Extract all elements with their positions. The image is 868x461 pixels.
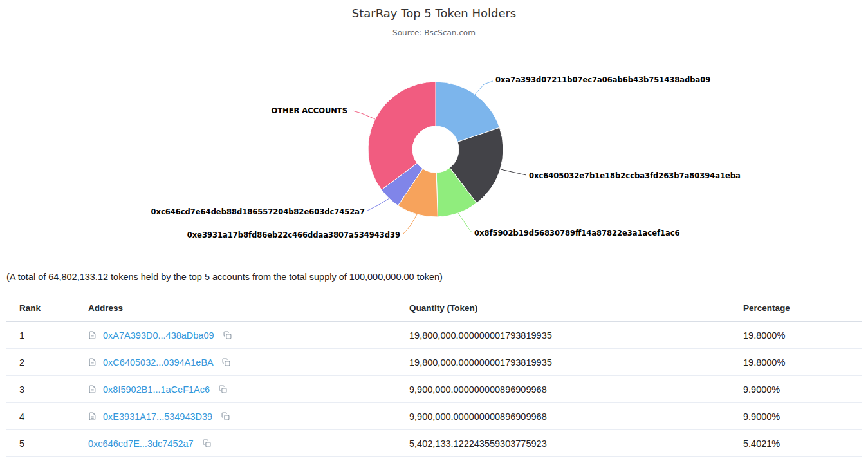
address-cell: 0x8f5902B1...1aCeF1Ac6 [88,376,409,403]
col-header-quantity: Quantity (Token) [409,296,743,322]
rank-cell: 2 [6,349,88,376]
slice-label: 0xe3931a17b8fd86eb22c466ddaa3807a534943d… [187,230,400,240]
quantity-cell: 5,402,133.122243559303775923 [409,430,743,457]
label-connector [501,169,526,175]
label-connector [403,214,417,234]
holdings-summary-text: (A total of 64,802,133.12 tokens held by… [6,272,868,282]
table-header-row: Rank Address Quantity (Token) Percentage [6,296,862,322]
col-header-percentage: Percentage [743,296,862,322]
address-link[interactable]: 0xc646cd7E...3dc7452a7 [88,438,194,449]
document-icon [88,357,97,367]
rank-cell: 3 [6,376,88,403]
chart-subtitle: Source: BscScan.com [0,28,868,37]
percentage-cell: 19.8000% [743,349,862,376]
label-connector [458,213,472,232]
donut-chart: 0xa7a393d07211b07ec7a06ab6b43b751438adba… [0,0,868,265]
slice-label: 0x8f5902b19d56830789ff14a87822e3a1acef1a… [474,229,680,238]
holders-table: Rank Address Quantity (Token) Percentage… [6,296,862,457]
copy-icon[interactable] [221,411,230,421]
col-header-rank: Rank [6,296,88,322]
percentage-cell: 19.8000% [743,322,862,349]
slice-label: 0xc646cd7e64deb88d186557204b82e603dc7452… [151,207,365,216]
document-icon [88,411,97,421]
chart-title: StarRay Top 5 Token Holders [0,6,868,20]
slice-label: OTHER ACCOUNTS [271,106,347,115]
percentage-cell: 9.9000% [743,403,862,430]
address-link[interactable]: 0x8f5902B1...1aCeF1Ac6 [103,384,210,395]
slice-label: 0xa7a393d07211b07ec7a06ab6b43b751438adba… [495,75,710,84]
rank-cell: 5 [6,430,88,457]
quantity-cell: 19,800,000.000000001793819935 [409,322,743,349]
table-row: 2 0xC6405032...0394A1eBA 19,800,000.0000… [6,349,862,376]
token-holders-chart-section: 0xa7a393d07211b07ec7a06ab6b43b751438adba… [0,0,868,265]
col-header-address: Address [88,296,409,322]
address-cell: 0xC6405032...0394A1eBA [88,349,409,376]
copy-icon[interactable] [223,330,232,340]
copy-icon[interactable] [222,357,230,367]
address-cell: 0xE3931A17...534943D39 [88,403,409,430]
address-link[interactable]: 0xC6405032...0394A1eBA [103,357,213,368]
rank-cell: 1 [6,322,88,349]
table-row: 1 0xA7A393D0...438aDba09 19,800,000.0000… [6,322,862,349]
copy-icon[interactable] [203,438,211,448]
percentage-cell: 9.9000% [743,376,862,403]
document-icon [88,384,97,394]
quantity-cell: 9,900,000.000000000896909968 [409,403,743,430]
label-connector [475,81,493,95]
copy-icon[interactable] [219,384,227,394]
address-cell: 0xc646cd7E...3dc7452a7 [88,430,409,457]
label-connector [353,111,375,119]
quantity-cell: 9,900,000.000000000896909968 [409,376,743,403]
rank-cell: 4 [6,403,88,430]
quantity-cell: 19,800,000.000000001793819935 [409,349,743,376]
document-icon [88,330,97,340]
percentage-cell: 5.4021% [743,430,862,457]
label-connector [367,198,389,211]
table-row: 4 0xE3931A17...534943D39 9,900,000.00000… [6,403,862,430]
address-cell: 0xA7A393D0...438aDba09 [88,322,409,349]
address-link[interactable]: 0xE3931A17...534943D39 [103,411,212,422]
table-row: 3 0x8f5902B1...1aCeF1Ac6 9,900,000.00000… [6,376,862,403]
slice-label: 0xc6405032e7b1e18b2ccba3fd263b7a80394a1e… [529,171,741,180]
address-link[interactable]: 0xA7A393D0...438aDba09 [103,330,214,341]
table-row: 5 0xc646cd7E...3dc7452a7 5,402,133.12224… [6,430,862,457]
